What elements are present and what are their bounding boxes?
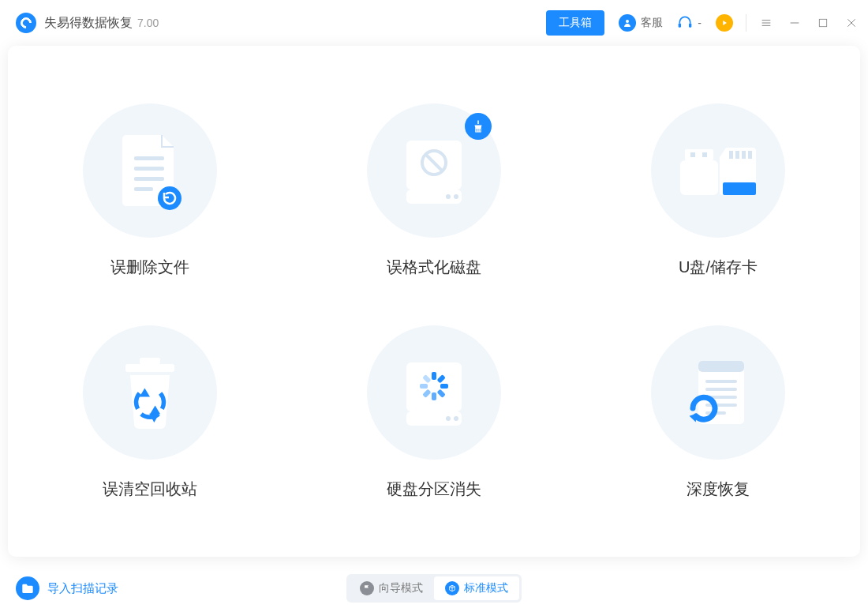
svg-rect-33	[432, 372, 436, 380]
window-controls	[759, 16, 859, 30]
titlebar-divider	[746, 14, 746, 32]
svg-rect-28	[748, 151, 752, 159]
svg-point-0	[626, 20, 629, 23]
tile-label: 误清空回收站	[103, 479, 197, 500]
svg-rect-30	[140, 358, 160, 364]
standard-mode-label: 标准模式	[464, 581, 508, 595]
svg-rect-32	[406, 362, 462, 411]
tile-formatted-disk[interactable]: 误格式化磁盘	[367, 103, 501, 278]
svg-rect-23	[702, 152, 707, 157]
svg-rect-45	[698, 361, 744, 372]
maximize-button[interactable]	[816, 16, 830, 30]
footer: 导入扫描记录 向导模式 标准模式	[0, 565, 868, 612]
close-button[interactable]	[844, 16, 859, 30]
tile-label: 硬盘分区消失	[387, 479, 481, 500]
tile-deleted-files[interactable]: 误删除文件	[83, 103, 217, 278]
import-scan-button[interactable]: 导入扫描记录	[16, 576, 118, 600]
svg-rect-1	[679, 23, 681, 27]
svg-rect-25	[729, 151, 733, 159]
svg-rect-21	[685, 149, 713, 160]
tile-usb-card[interactable]: U盘/储存卡	[651, 103, 785, 278]
standard-mode-button[interactable]: 标准模式	[434, 576, 519, 600]
app-logo-icon	[16, 13, 36, 33]
support-icon	[619, 14, 636, 32]
recycle-bin-icon	[83, 325, 217, 460]
premium-icon	[716, 14, 733, 32]
wizard-mode-button[interactable]: 向导模式	[349, 576, 434, 600]
cube-icon	[445, 581, 459, 595]
import-label: 导入扫描记录	[47, 581, 118, 596]
premium-button[interactable]	[716, 14, 738, 32]
clean-badge-icon	[465, 113, 492, 140]
svg-rect-11	[134, 167, 164, 171]
flag-icon	[360, 581, 374, 595]
svg-rect-37	[432, 392, 436, 400]
headset-extra: -	[698, 17, 702, 29]
svg-rect-41	[406, 411, 462, 426]
svg-rect-26	[735, 151, 739, 159]
folder-icon	[16, 576, 39, 600]
menu-button[interactable]	[759, 16, 773, 30]
toolbox-button[interactable]: 工具箱	[546, 10, 604, 36]
app-version: 7.00	[137, 17, 159, 29]
svg-rect-15	[406, 141, 462, 190]
svg-rect-47	[705, 388, 737, 391]
svg-rect-13	[134, 187, 153, 191]
svg-rect-10	[134, 156, 164, 160]
svg-rect-39	[420, 384, 428, 389]
deep-recovery-icon	[651, 325, 785, 460]
titlebar: 失易得数据恢复 7.00 工具箱 客服 -	[0, 0, 868, 46]
support-button[interactable]: 客服	[619, 14, 663, 32]
svg-point-19	[446, 194, 451, 199]
svg-rect-49	[705, 404, 737, 407]
app-title: 失易得数据恢复	[44, 15, 133, 32]
tile-label: U盘/储存卡	[679, 257, 758, 278]
svg-rect-22	[690, 152, 695, 157]
svg-rect-12	[134, 177, 164, 181]
recovery-options-grid: 误删除文件 误格式化磁盘	[8, 103, 860, 500]
svg-rect-24	[680, 160, 718, 195]
svg-rect-46	[705, 380, 737, 383]
svg-rect-29	[723, 182, 756, 195]
minimize-button[interactable]	[788, 16, 802, 30]
svg-point-14	[158, 186, 181, 210]
svg-point-42	[446, 416, 451, 421]
svg-rect-2	[689, 23, 691, 27]
tile-label: 误删除文件	[110, 257, 189, 278]
mode-toggle: 向导模式 标准模式	[346, 574, 522, 603]
usb-card-icon	[651, 103, 785, 238]
svg-rect-7	[819, 19, 826, 26]
svg-rect-27	[742, 151, 746, 159]
wizard-mode-label: 向导模式	[379, 581, 423, 595]
tile-lost-partition[interactable]: 硬盘分区消失	[367, 325, 501, 500]
headset-button[interactable]: -	[677, 14, 702, 32]
svg-rect-18	[406, 190, 462, 204]
formatted-disk-icon	[367, 103, 501, 238]
support-label: 客服	[641, 16, 663, 30]
svg-rect-35	[440, 384, 448, 389]
tile-label: 深度恢复	[687, 479, 750, 500]
main-panel: 误删除文件 误格式化磁盘	[8, 46, 860, 557]
tile-label: 误格式化磁盘	[387, 257, 481, 278]
headset-icon	[677, 14, 693, 32]
deleted-files-icon	[83, 103, 217, 238]
tile-recycle-bin[interactable]: 误清空回收站	[83, 325, 217, 500]
svg-rect-31	[125, 364, 174, 372]
lost-partition-icon	[367, 325, 501, 460]
svg-point-20	[454, 194, 458, 199]
tile-deep-recovery[interactable]: 深度恢复	[651, 325, 785, 500]
svg-point-43	[454, 416, 458, 421]
